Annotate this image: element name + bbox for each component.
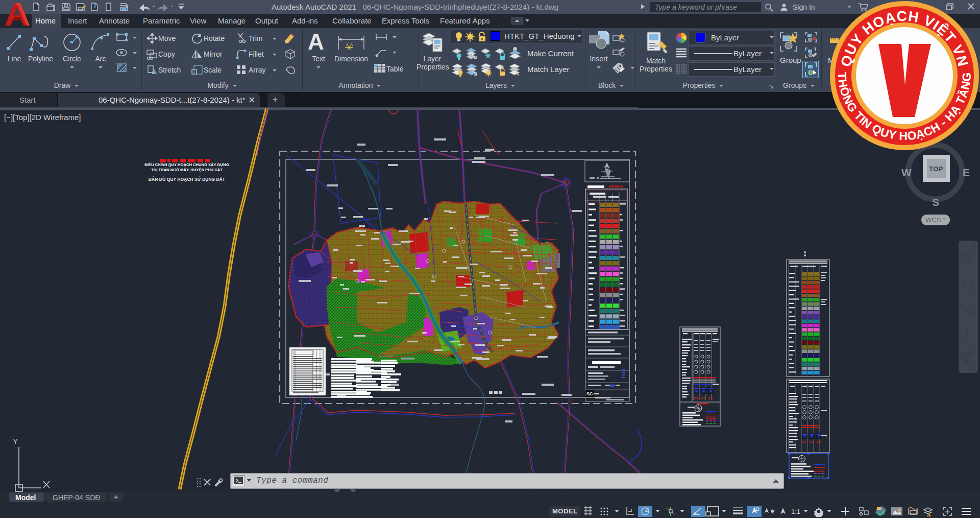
- svg-text:E: E: [963, 167, 970, 178]
- svg-text:WCS: WCS: [925, 216, 941, 224]
- svg-text:SC: SC: [586, 391, 593, 396]
- svg-text:W: W: [901, 167, 912, 178]
- svg-text:TOP: TOP: [929, 165, 943, 173]
- svg-text:1:1: 1:1: [791, 508, 800, 515]
- svg-text:Y: Y: [13, 437, 18, 445]
- svg-text:!: !: [928, 513, 929, 517]
- svg-text:S: S: [932, 196, 939, 208]
